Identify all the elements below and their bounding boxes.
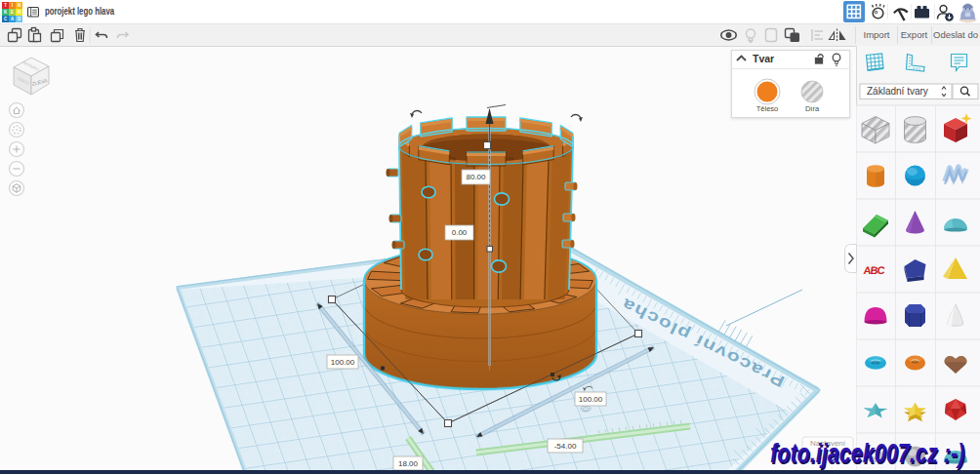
svg-text:Tvar: Tvar: [753, 53, 774, 64]
svg-text:18.00: 18.00: [398, 459, 419, 468]
svg-text:100.00: 100.00: [579, 395, 603, 404]
svg-text:Těleso: Těleso: [756, 104, 779, 113]
svg-text:Díra: Díra: [805, 104, 820, 113]
svg-text:Základní tvary: Základní tvary: [867, 86, 928, 97]
svg-text:ABC: ABC: [863, 264, 885, 276]
svg-text:100.00: 100.00: [331, 358, 355, 367]
svg-text:-54.00: -54.00: [554, 442, 577, 451]
svg-text:80.00: 80.00: [466, 173, 486, 181]
svg-text:0.00: 0.00: [452, 228, 468, 237]
